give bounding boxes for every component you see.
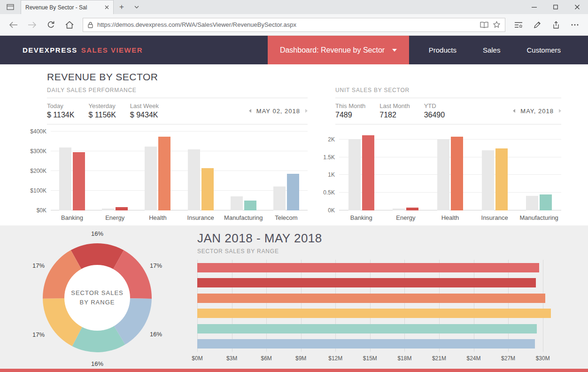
- current-bar[interactable]: [287, 174, 299, 210]
- previous-bar[interactable]: [273, 186, 286, 210]
- reading-view-icon[interactable]: [480, 22, 488, 28]
- previous-bar[interactable]: [393, 209, 405, 210]
- current-bar[interactable]: [244, 201, 256, 210]
- new-tab-button[interactable]: +: [114, 0, 130, 14]
- current-bar[interactable]: [495, 148, 508, 210]
- current-bar[interactable]: [73, 152, 85, 210]
- unit-sales-stats: This Month 7489 Last Month 7182 YTD 3649…: [335, 98, 561, 124]
- browser-tab[interactable]: Revenue By Sector - Sal: [21, 0, 114, 14]
- dashboard-selector-label: Dashboard: Revenue by Sector: [280, 46, 385, 54]
- stat-last-month: Last Month 7182: [379, 102, 410, 119]
- current-bar[interactable]: [362, 135, 374, 210]
- current-bar[interactable]: [158, 137, 170, 210]
- x-axis-label: $15M: [363, 355, 377, 362]
- x-axis-label: $0M: [192, 355, 202, 362]
- donut-slice-label: 16%: [91, 360, 103, 367]
- address-bar[interactable]: https://demos.devexpress.com/RWA/SalesVi…: [83, 18, 505, 32]
- range-chart-block: JAN 2018 - MAY 2018 SECTOR SALES BY RANG…: [197, 231, 559, 363]
- brand-secondary: SALES VIEWER: [81, 46, 143, 54]
- current-bar[interactable]: [201, 168, 214, 210]
- range-bar[interactable]: [197, 339, 535, 349]
- x-axis-label: $3M: [226, 355, 237, 362]
- minimize-button[interactable]: [523, 0, 545, 14]
- previous-bar[interactable]: [348, 140, 361, 210]
- donut-center-label: SECTOR SALES BY RANGE: [71, 288, 123, 307]
- pen-icon: [534, 21, 541, 29]
- refresh-button[interactable]: [41, 16, 60, 34]
- bar-group: [339, 128, 384, 210]
- tab-preview-chevron-icon[interactable]: [130, 0, 144, 14]
- range-bar[interactable]: [197, 294, 545, 303]
- current-bar[interactable]: [540, 194, 552, 210]
- prev-month-button[interactable]: [513, 109, 515, 113]
- y-axis-label: 1.5K: [323, 154, 335, 161]
- category-label: Telecom: [265, 214, 308, 221]
- range-bar[interactable]: [197, 263, 539, 272]
- previous-bar[interactable]: [59, 147, 71, 210]
- bar-group: [179, 128, 222, 210]
- tab-close-icon[interactable]: [105, 5, 109, 9]
- dashboard-selector-button[interactable]: Dashboard: Revenue by Sector: [268, 36, 409, 64]
- browser-toolbar: https://demos.devexpress.com/RWA/SalesVi…: [0, 14, 588, 36]
- maximize-button[interactable]: [545, 0, 566, 14]
- nav-item-sales[interactable]: Sales: [470, 36, 514, 64]
- lock-icon: [88, 22, 93, 28]
- previous-bar[interactable]: [231, 196, 243, 210]
- ellipsis-icon: [571, 24, 579, 26]
- window-controls: [523, 0, 588, 14]
- bar-group: [428, 128, 472, 210]
- previous-bar[interactable]: [437, 140, 449, 210]
- current-month-label: MAY, 2018: [520, 108, 554, 115]
- previous-bar[interactable]: [188, 149, 200, 210]
- share-button[interactable]: [547, 16, 565, 34]
- web-note-button[interactable]: [528, 16, 547, 34]
- close-button[interactable]: [566, 0, 588, 14]
- next-day-button[interactable]: [305, 109, 308, 113]
- category-label: Banking: [339, 214, 384, 221]
- brand-logo[interactable]: DEVEXPRESS SALES VIEWER: [23, 46, 143, 54]
- previous-bar[interactable]: [526, 196, 538, 210]
- set-tabs-aside-button[interactable]: [0, 0, 21, 14]
- forward-button[interactable]: [23, 16, 41, 34]
- maximize-icon: [553, 5, 558, 9]
- nav-item-customers[interactable]: Customers: [513, 36, 574, 64]
- add-favorite-star-icon[interactable]: [493, 21, 500, 28]
- close-icon: [575, 5, 580, 9]
- y-axis-label: $0K: [37, 207, 46, 214]
- range-bar[interactable]: [197, 309, 551, 318]
- x-axis-label: $30M: [536, 355, 550, 362]
- bar-group: [517, 128, 561, 210]
- current-bar[interactable]: [451, 137, 463, 210]
- donut-slice-label: 17%: [32, 262, 45, 269]
- donut-slice-label: 17%: [32, 331, 45, 338]
- x-axis-label: $9M: [295, 355, 306, 362]
- brand-primary: DEVEXPRESS: [23, 46, 77, 54]
- minimize-icon: [532, 5, 537, 10]
- prev-day-button[interactable]: [249, 109, 251, 113]
- range-chart-title: JAN 2018 - MAY 2018: [197, 231, 559, 246]
- stat-today: Today $ 1134K: [47, 102, 74, 119]
- range-bar[interactable]: [197, 278, 536, 287]
- home-button[interactable]: [60, 16, 79, 34]
- previous-bar[interactable]: [482, 150, 494, 210]
- chevron-down-icon: [392, 49, 397, 52]
- back-button[interactable]: [4, 16, 23, 34]
- donut-slice-label: 16%: [150, 331, 162, 338]
- daily-sales-chart: $0K$100K$200K$300K$400K BankingEnergyHea…: [51, 128, 308, 221]
- category-label: Banking: [51, 214, 93, 221]
- bars-layer: [51, 128, 308, 210]
- x-axis-label: $24M: [467, 355, 481, 362]
- previous-bar[interactable]: [102, 209, 114, 210]
- previous-bar[interactable]: [145, 147, 157, 210]
- hub-favorites-button[interactable]: [509, 16, 528, 34]
- x-axis-label: $6M: [261, 355, 271, 362]
- current-bar[interactable]: [116, 207, 128, 210]
- current-bar[interactable]: [406, 208, 418, 210]
- nav-item-products[interactable]: Products: [416, 36, 470, 64]
- settings-menu-button[interactable]: [565, 16, 584, 34]
- range-bar[interactable]: [197, 324, 537, 333]
- bar-group: [222, 128, 265, 210]
- hub-icon: [514, 21, 523, 29]
- range-chart-subtitle: SECTOR SALES BY RANGE: [197, 248, 559, 255]
- next-month-button[interactable]: [559, 109, 561, 113]
